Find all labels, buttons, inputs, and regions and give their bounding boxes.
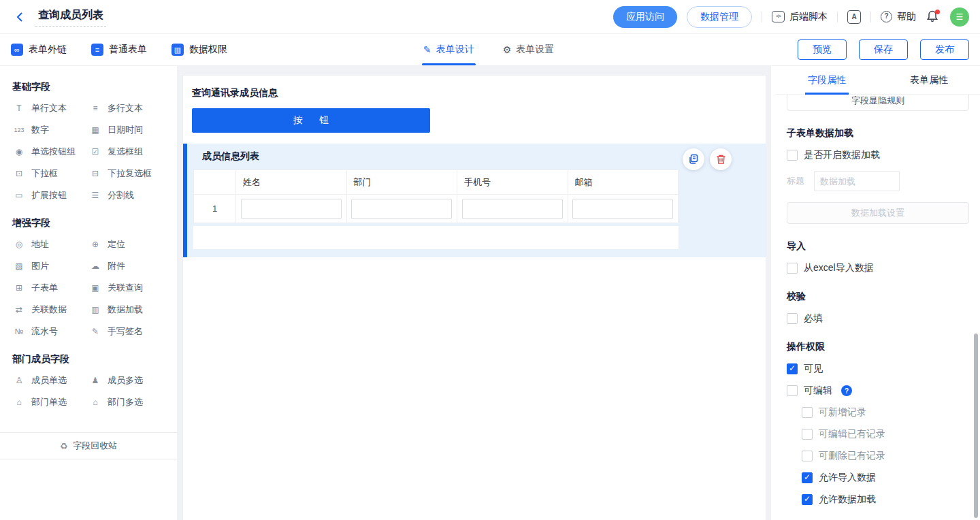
section-heading-validate: 校验 xyxy=(787,291,969,303)
section-title-member-fields: 部门成员字段 xyxy=(12,353,165,365)
palette-item-location[interactable]: ⊕定位 xyxy=(88,233,165,255)
enable-data-load-checkbox-row[interactable]: 是否开启数据加载 xyxy=(787,149,969,161)
can-delete-record-checkbox-row[interactable]: 可删除已有记录 xyxy=(802,450,969,462)
palette-item-image[interactable]: ▧图片 xyxy=(12,255,88,277)
form-external-link-button[interactable]: ∞ 表单外链 xyxy=(11,44,67,56)
palette-item-attachment[interactable]: ☁附件 xyxy=(88,255,165,277)
document-icon: ≡ xyxy=(91,44,103,56)
normal-form-button[interactable]: ≡ 普通表单 xyxy=(91,44,147,56)
phone-cell-input[interactable] xyxy=(462,199,563,219)
section-heading-data-load: 子表单数据加载 xyxy=(787,127,969,140)
checkbox-checked-icon[interactable] xyxy=(787,363,798,374)
visible-checkbox-row[interactable]: 可见 xyxy=(787,363,969,375)
palette-item-data-load[interactable]: ▥数据加载 xyxy=(88,299,165,321)
palette-item-member-single[interactable]: ♙成员单选 xyxy=(12,370,88,391)
back-button[interactable] xyxy=(11,7,30,27)
palette-item-number[interactable]: 123数字 xyxy=(12,119,88,141)
dept-cell-input[interactable] xyxy=(351,199,452,219)
palette-item-dept-multi[interactable]: ⌂部门多选 xyxy=(88,391,165,413)
data-permission-label: 数据权限 xyxy=(189,44,227,56)
column-header-phone: 手机号 xyxy=(457,170,568,195)
palette-item-dept-single[interactable]: ⌂部门单选 xyxy=(12,391,88,413)
subform-footer-area xyxy=(193,226,679,249)
palette-item-dropdown[interactable]: ⊡下拉框 xyxy=(12,163,88,184)
palette-item-multi-text[interactable]: ≡多行文本 xyxy=(88,97,165,119)
checkbox-icon[interactable] xyxy=(802,407,813,418)
publish-button[interactable]: 发布 xyxy=(920,39,969,60)
allow-import-checkbox-row[interactable]: 允许导入数据 xyxy=(802,472,969,484)
tab-form-design[interactable]: ✎ 表单设计 xyxy=(423,34,474,65)
notification-dot xyxy=(935,10,940,14)
checkbox-checked-icon[interactable] xyxy=(802,472,813,483)
palette-item-signature[interactable]: ✎手写签名 xyxy=(88,321,165,342)
page-title[interactable]: 查询成员列表 xyxy=(35,7,106,27)
palette-item-linked-data[interactable]: ⇄关联数据 xyxy=(12,299,88,321)
checkbox-icon[interactable] xyxy=(802,429,813,440)
data-load-settings-button[interactable]: 数据加载设置 xyxy=(787,202,969,224)
palette-item-address[interactable]: ◎地址 xyxy=(12,233,88,255)
backend-script-label: 后端脚本 xyxy=(789,11,828,23)
preview-button[interactable]: 预览 xyxy=(798,39,847,60)
question-icon: ? xyxy=(881,11,892,22)
data-load-title-input[interactable] xyxy=(814,171,900,191)
copy-field-button[interactable] xyxy=(683,148,704,170)
field-recycle-bin-button[interactable]: ♻ 字段回收站 xyxy=(0,432,177,459)
palette-item-extend-button[interactable]: ▭扩展按钮 xyxy=(12,184,88,206)
checkbox-checked-icon[interactable] xyxy=(802,494,813,505)
checkbox-icon[interactable] xyxy=(787,150,798,161)
active-tab-underline xyxy=(422,63,476,65)
data-manage-button[interactable]: 数据管理 xyxy=(687,6,752,28)
checkbox-icon[interactable] xyxy=(802,451,813,461)
delete-field-button[interactable] xyxy=(710,148,732,170)
notification-bell-icon[interactable] xyxy=(926,10,941,25)
palette-item-divider[interactable]: ☰分割线 xyxy=(88,184,165,206)
excel-import-checkbox-row[interactable]: 从excel导入数据 xyxy=(787,262,969,274)
app-access-button[interactable]: 应用访问 xyxy=(613,6,677,28)
can-add-record-checkbox-row[interactable]: 可新增记录 xyxy=(802,406,969,419)
can-edit-record-checkbox-row[interactable]: 可编辑已有记录 xyxy=(802,428,969,440)
person-icon: ♙ xyxy=(12,376,26,385)
name-cell-input[interactable] xyxy=(241,199,342,219)
palette-item-serial-number[interactable]: №流水号 xyxy=(12,321,88,342)
required-checkbox-row[interactable]: 必填 xyxy=(787,312,969,325)
tab-form-settings[interactable]: ⚙ 表单设置 xyxy=(503,34,555,65)
subform-field-selected[interactable]: 成员信息列表 姓名 部门 手机号 邮箱 xyxy=(183,144,766,257)
allow-data-load-checkbox-row[interactable]: 允许数据加载 xyxy=(802,493,969,506)
field-visibility-rules-button[interactable]: 字段显隐规则 xyxy=(787,95,969,111)
palette-item-radio-group[interactable]: ◉单选按钮组 xyxy=(12,141,88,163)
palette-item-dropdown-multi[interactable]: ⊟下拉复选框 xyxy=(88,163,165,184)
panel-scrollbar-thumb[interactable] xyxy=(974,334,978,518)
palette-label: 关联数据 xyxy=(31,304,67,316)
i18n-icon[interactable]: A xyxy=(847,10,861,24)
row-index-header xyxy=(194,170,236,195)
subform-data-row: 1 xyxy=(194,195,679,223)
number-icon: 123 xyxy=(12,127,26,133)
avatar[interactable]: ☰ xyxy=(950,7,969,27)
email-cell-input[interactable] xyxy=(572,199,673,219)
checkbox-icon[interactable] xyxy=(787,263,798,274)
palette-item-datetime[interactable]: ▦日期时间 xyxy=(88,119,165,141)
backend-script-button[interactable]: </> 后端脚本 xyxy=(772,11,828,23)
editable-checkbox-row[interactable]: 可编辑 ? xyxy=(787,385,969,397)
palette-label: 成员单选 xyxy=(31,374,67,387)
checkbox-label: 允许数据加载 xyxy=(819,493,876,506)
checkbox-icon[interactable] xyxy=(787,313,798,324)
palette-item-checkbox-group[interactable]: ☑复选框组 xyxy=(88,141,165,163)
help-button[interactable]: ? 帮助 xyxy=(881,11,916,23)
palette-label: 图片 xyxy=(31,260,49,272)
target-icon: ⊕ xyxy=(88,240,102,249)
palette-item-single-text[interactable]: T单行文本 xyxy=(12,97,88,119)
checkbox-icon[interactable] xyxy=(787,385,798,396)
data-permission-button[interactable]: ▥ 数据权限 xyxy=(172,44,227,56)
palette-item-linked-query[interactable]: ▣关联查询 xyxy=(88,277,165,299)
form-action-button[interactable]: 按 钮 xyxy=(192,108,430,133)
field-palette-sidebar: 基础字段 T单行文本 ≡多行文本 123数字 ▦日期时间 ◉单选按钮组 ☑复选框… xyxy=(0,66,177,520)
tab-field-properties[interactable]: 字段属性 xyxy=(776,66,878,94)
palette-item-subform[interactable]: ⊞子表单 xyxy=(12,277,88,299)
help-tooltip-icon[interactable]: ? xyxy=(841,385,852,396)
save-button[interactable]: 保存 xyxy=(859,39,908,60)
tab-form-properties[interactable]: 表单属性 xyxy=(878,66,980,94)
palette-label: 部门单选 xyxy=(31,396,67,408)
palette-item-member-multi[interactable]: ♟成员多选 xyxy=(88,370,165,391)
people-icon: ♟ xyxy=(88,376,102,385)
